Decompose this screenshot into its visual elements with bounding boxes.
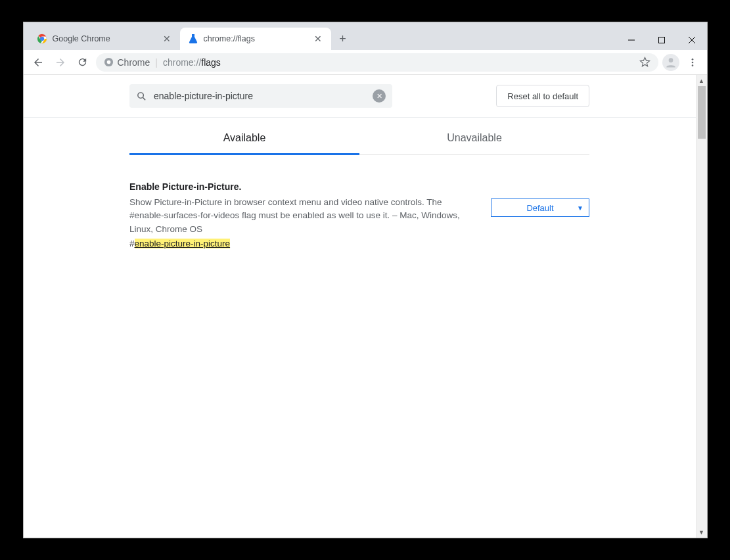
toolbar: Chrome | chrome://flags bbox=[24, 50, 707, 75]
svg-point-9 bbox=[691, 58, 693, 60]
titlebar: Google Chrome ✕ chrome://flags ✕ + bbox=[24, 22, 707, 50]
profile-avatar[interactable] bbox=[662, 54, 679, 71]
tab-strip: Google Chrome ✕ chrome://flags ✕ + bbox=[24, 22, 616, 50]
svg-line-13 bbox=[143, 97, 146, 100]
reload-button[interactable] bbox=[74, 53, 92, 72]
tab-google-chrome[interactable]: Google Chrome ✕ bbox=[29, 28, 180, 50]
chrome-favicon-icon bbox=[37, 34, 47, 44]
flag-item: Enable Picture-in-Picture. Show Picture-… bbox=[129, 181, 589, 248]
new-tab-button[interactable]: + bbox=[334, 30, 352, 48]
browser-window: Google Chrome ✕ chrome://flags ✕ + bbox=[23, 22, 708, 538]
content-area: enable-picture-in-picture ✕ Reset all to… bbox=[24, 75, 707, 538]
svg-point-11 bbox=[691, 64, 693, 66]
window-controls bbox=[616, 30, 707, 50]
svg-point-7 bbox=[106, 60, 110, 64]
minimize-button[interactable] bbox=[616, 30, 647, 50]
clear-search-icon[interactable]: ✕ bbox=[373, 89, 386, 103]
close-window-button[interactable] bbox=[677, 30, 707, 50]
tab-label: chrome://flags bbox=[204, 34, 313, 43]
scroll-up-icon[interactable]: ▲ bbox=[696, 75, 707, 86]
tab-close-icon[interactable]: ✕ bbox=[313, 34, 323, 44]
flag-state-select[interactable]: Default ▼ bbox=[491, 198, 589, 217]
omnibox-divider: | bbox=[155, 57, 158, 68]
flag-anchor-link[interactable]: #enable-picture-in-picture bbox=[129, 239, 475, 248]
flag-title: Enable Picture-in-Picture. bbox=[129, 181, 475, 192]
scroll-down-icon[interactable]: ▼ bbox=[696, 526, 707, 538]
svg-point-12 bbox=[138, 92, 144, 98]
svg-point-10 bbox=[691, 61, 693, 63]
tab-chrome-flags[interactable]: chrome://flags ✕ bbox=[180, 28, 331, 50]
tab-label: Google Chrome bbox=[53, 34, 162, 43]
address-bar[interactable]: Chrome | chrome://flags bbox=[96, 53, 658, 72]
url-text: chrome://flags bbox=[163, 57, 221, 68]
tab-unavailable[interactable]: Unavailable bbox=[359, 118, 589, 154]
reset-all-button[interactable]: Reset all to default bbox=[496, 85, 589, 107]
flag-description: Show Picture-in-Picture in browser conte… bbox=[129, 196, 475, 236]
scrollbar-thumb[interactable] bbox=[698, 86, 706, 139]
tab-close-icon[interactable]: ✕ bbox=[162, 34, 172, 44]
forward-button[interactable] bbox=[51, 53, 70, 72]
flags-search-input[interactable]: enable-picture-in-picture ✕ bbox=[129, 84, 392, 108]
search-value: enable-picture-in-picture bbox=[154, 91, 366, 101]
flags-page: enable-picture-in-picture ✕ Reset all to… bbox=[24, 75, 696, 538]
site-info-icon[interactable]: Chrome bbox=[104, 57, 150, 68]
flags-list: Enable Picture-in-Picture. Show Picture-… bbox=[24, 155, 696, 275]
select-value: Default bbox=[526, 203, 553, 213]
flags-tabbar: Available Unavailable bbox=[24, 118, 696, 155]
chevron-down-icon: ▼ bbox=[577, 204, 583, 212]
flags-header: enable-picture-in-picture ✕ Reset all to… bbox=[24, 75, 696, 118]
vertical-scrollbar[interactable]: ▲ ▼ bbox=[696, 75, 707, 538]
svg-rect-3 bbox=[658, 37, 664, 43]
flask-favicon-icon bbox=[188, 34, 198, 44]
bookmark-star-icon[interactable] bbox=[639, 57, 650, 68]
search-icon bbox=[136, 91, 147, 102]
back-button[interactable] bbox=[29, 53, 47, 72]
svg-point-8 bbox=[668, 58, 673, 62]
site-info-label: Chrome bbox=[118, 57, 150, 68]
menu-button[interactable] bbox=[683, 53, 702, 72]
tab-available[interactable]: Available bbox=[129, 118, 359, 154]
maximize-button[interactable] bbox=[647, 30, 677, 50]
